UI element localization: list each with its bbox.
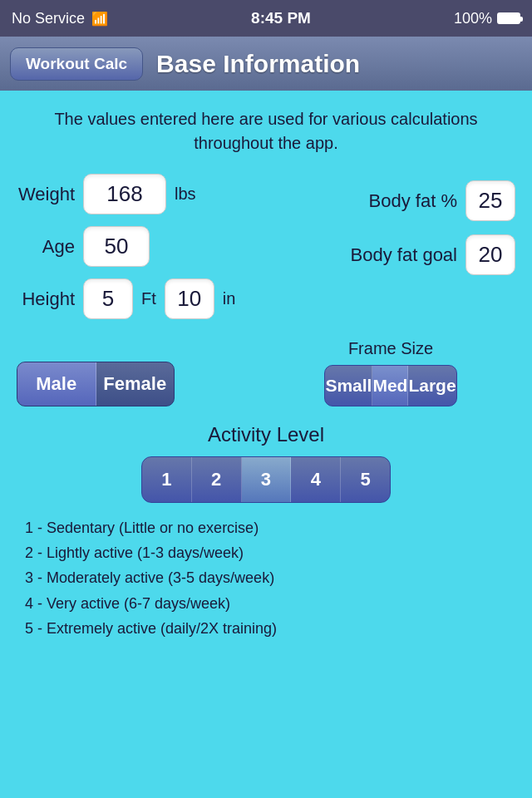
height-in-unit: in <box>223 289 236 308</box>
frame-side: Frame Size Small Med Large <box>266 339 515 406</box>
battery-label: 100% <box>454 10 492 27</box>
status-bar-time: 8:45 PM <box>251 9 311 27</box>
body-fat-row: Body fat % <box>266 180 515 221</box>
back-button[interactable]: Workout Calc <box>10 47 143 81</box>
gender-control: Male Female <box>17 362 175 406</box>
gender-male-button[interactable]: Male <box>17 362 96 406</box>
activity-2-button[interactable]: 2 <box>192 457 242 502</box>
form-left: Weight lbs Age Height Ft in <box>17 174 266 331</box>
status-bar: No Service 📶 8:45 PM 100% <box>0 0 532 37</box>
age-input[interactable] <box>83 226 150 267</box>
gender-female-button[interactable]: Female <box>96 362 175 406</box>
activity-desc-4: 4 - Very active (6-7 days/week) <box>25 594 507 614</box>
status-bar-right: 100% <box>454 10 520 27</box>
battery-icon <box>497 12 520 24</box>
activity-1-button[interactable]: 1 <box>142 457 192 502</box>
body-fat-goal-input[interactable] <box>466 234 515 275</box>
activity-5-button[interactable]: 5 <box>341 457 390 502</box>
frame-small-button[interactable]: Small <box>325 366 372 406</box>
weight-row: Weight lbs <box>17 174 266 214</box>
height-row: Height Ft in <box>17 278 266 319</box>
form-right: Body fat % Body fat goal <box>266 174 515 331</box>
activity-control: 1 2 3 4 5 <box>141 456 391 503</box>
activity-desc-5: 5 - Extremely active (daily/2X training) <box>25 618 507 639</box>
gender-side: Male Female <box>17 362 266 406</box>
body-fat-goal-label: Body fat goal <box>351 244 457 266</box>
height-ft-input[interactable] <box>83 278 133 319</box>
height-in-input[interactable] <box>165 278 214 319</box>
activity-label: Activity Level <box>17 423 515 446</box>
description-text: The values entered here are used for var… <box>17 107 515 155</box>
height-ft-unit: Ft <box>141 289 156 308</box>
frame-large-button[interactable]: Large <box>408 366 456 406</box>
body-fat-goal-row: Body fat goal <box>266 234 515 275</box>
status-bar-left: No Service 📶 <box>12 10 108 27</box>
frame-med-button[interactable]: Med <box>372 366 408 406</box>
activity-3-button[interactable]: 3 <box>242 457 292 502</box>
wifi-icon: 📶 <box>91 11 108 27</box>
body-fat-label: Body fat % <box>369 190 457 212</box>
weight-unit: lbs <box>175 185 196 204</box>
form-section: Weight lbs Age Height Ft in Body fat % <box>17 174 515 331</box>
page-title: Base Information <box>156 50 360 78</box>
height-label: Height <box>17 288 75 310</box>
frame-size-control: Small Med Large <box>324 365 456 406</box>
weight-input[interactable] <box>83 174 166 214</box>
carrier-label: No Service <box>12 10 85 27</box>
nav-bar: Workout Calc Base Information <box>0 37 532 91</box>
weight-label: Weight <box>17 184 75 205</box>
activity-section: Activity Level 1 2 3 4 5 1 - Sedentary (… <box>17 423 515 639</box>
age-label: Age <box>17 236 75 258</box>
activity-4-button[interactable]: 4 <box>291 457 341 502</box>
age-row: Age <box>17 226 266 267</box>
body-fat-input[interactable] <box>466 180 515 221</box>
buttons-section: Male Female Frame Size Small Med Large <box>17 339 515 406</box>
activity-desc-3: 3 - Moderately active (3-5 days/week) <box>25 568 507 589</box>
frame-size-label: Frame Size <box>348 339 433 358</box>
activity-desc-1: 1 - Sedentary (Little or no exercise) <box>25 518 507 539</box>
activity-desc-2: 2 - Lightly active (1-3 days/week) <box>25 543 507 564</box>
main-content: The values entered here are used for var… <box>0 91 532 652</box>
activity-descriptions: 1 - Sedentary (Little or no exercise) 2 … <box>17 518 515 639</box>
